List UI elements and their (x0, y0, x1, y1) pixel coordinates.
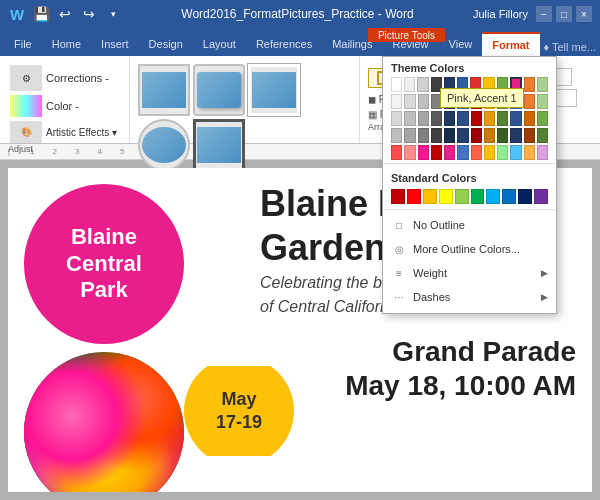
color-lightgray[interactable] (404, 77, 415, 92)
tc-r4-3[interactable] (418, 128, 429, 143)
tc-r2-9[interactable] (497, 94, 508, 109)
tc-r4-12[interactable] (537, 128, 548, 143)
tc-r4-11[interactable] (524, 128, 535, 143)
tc-r3-1[interactable] (391, 111, 402, 126)
tell-me-input[interactable]: ♦ Tell me... (544, 41, 596, 53)
tc-r3-8[interactable] (484, 111, 495, 126)
tab-insert[interactable]: Insert (91, 32, 139, 56)
tc-r2-6[interactable] (457, 94, 468, 109)
sc-orange[interactable] (423, 189, 437, 204)
style-3[interactable] (248, 64, 300, 116)
style-5[interactable] (193, 119, 245, 171)
tc-r3-9[interactable] (497, 111, 508, 126)
color-red[interactable] (470, 77, 481, 92)
minimize-button[interactable]: − (536, 6, 552, 22)
tc-r2-3[interactable] (418, 94, 429, 109)
tc-r5-7[interactable] (471, 145, 482, 160)
tc-r3-5[interactable] (444, 111, 455, 126)
tab-references[interactable]: References (246, 32, 322, 56)
corrections-button[interactable]: ⚙ Corrections - (8, 64, 121, 92)
restore-button[interactable]: □ (556, 6, 572, 22)
color-orange2[interactable] (524, 77, 535, 92)
weight-item[interactable]: ≡ Weight ▶ (383, 261, 556, 285)
color-button[interactable]: Color - (8, 94, 121, 118)
tc-r2-12[interactable] (537, 94, 548, 109)
tc-r3-10[interactable] (510, 111, 521, 126)
tc-r5-2[interactable] (404, 145, 415, 160)
tc-r2-5[interactable] (444, 94, 455, 109)
tc-r4-9[interactable] (497, 128, 508, 143)
tab-view[interactable]: View (439, 32, 483, 56)
tc-r5-9[interactable] (497, 145, 508, 160)
tc-r2-8[interactable] (484, 94, 495, 109)
style-4[interactable] (138, 119, 190, 171)
tc-r3-3[interactable] (418, 111, 429, 126)
tab-format[interactable]: Format (482, 32, 539, 56)
tc-r4-10[interactable] (510, 128, 521, 143)
color-pink-accent1[interactable] (510, 77, 522, 92)
dashes-item[interactable]: ⋯ Dashes ▶ (383, 285, 556, 309)
tc-r3-2[interactable] (404, 111, 415, 126)
tab-home[interactable]: Home (42, 32, 91, 56)
artistic-effects-button[interactable]: 🎨 Artistic Effects ▾ (8, 120, 121, 144)
theme-colors-row-4 (383, 128, 556, 143)
tc-r2-7[interactable] (471, 94, 482, 109)
redo-icon[interactable]: ↪ (80, 5, 98, 23)
tc-r3-4[interactable] (431, 111, 442, 126)
tab-design[interactable]: Design (139, 32, 193, 56)
tab-file[interactable]: File (4, 32, 42, 56)
close-button[interactable]: × (576, 6, 592, 22)
color-darkgray[interactable] (431, 77, 442, 92)
color-white[interactable] (391, 77, 402, 92)
qat-dropdown-icon[interactable]: ▾ (104, 5, 122, 23)
tc-r2-2[interactable] (404, 94, 415, 109)
tc-r5-5[interactable] (444, 145, 455, 160)
tc-r3-7[interactable] (471, 111, 482, 126)
sc-yellow[interactable] (439, 189, 453, 204)
tc-r5-8[interactable] (484, 145, 495, 160)
style-1[interactable] (138, 64, 190, 116)
color-lightgreen[interactable] (537, 77, 548, 92)
sc-green[interactable] (471, 189, 485, 204)
tc-r4-6[interactable] (457, 128, 468, 143)
sc-blue[interactable] (502, 189, 516, 204)
tab-layout[interactable]: Layout (193, 32, 246, 56)
tc-r4-2[interactable] (404, 128, 415, 143)
sc-lightgreen[interactable] (455, 189, 469, 204)
tc-r4-8[interactable] (484, 128, 495, 143)
sc-lightblue[interactable] (486, 189, 500, 204)
tc-r4-1[interactable] (391, 128, 402, 143)
tc-r2-1[interactable] (391, 94, 402, 109)
style-2[interactable] (193, 64, 245, 116)
tc-r3-11[interactable] (524, 111, 535, 126)
tc-r2-11[interactable] (524, 94, 535, 109)
color-gray[interactable] (417, 77, 428, 92)
save-icon[interactable]: 💾 (32, 5, 50, 23)
tc-r4-4[interactable] (431, 128, 442, 143)
tc-r5-11[interactable] (524, 145, 535, 160)
sc-purple[interactable] (534, 189, 548, 204)
more-outline-colors-item[interactable]: ◎ More Outline Colors... (383, 237, 556, 261)
no-outline-item[interactable]: □ No Outline (383, 213, 556, 237)
tc-r5-10[interactable] (510, 145, 521, 160)
color-blue[interactable] (457, 77, 468, 92)
tc-r4-5[interactable] (444, 128, 455, 143)
sc-darkblue[interactable] (518, 189, 532, 204)
color-darkblue[interactable] (444, 77, 455, 92)
sc-red[interactable] (407, 189, 421, 204)
tc-r5-12[interactable] (537, 145, 548, 160)
color-green[interactable] (497, 77, 508, 92)
undo-icon[interactable]: ↩ (56, 5, 74, 23)
tc-r3-6[interactable] (457, 111, 468, 126)
tc-r2-10[interactable] (510, 94, 521, 109)
tc-r5-4[interactable] (431, 145, 442, 160)
pink-circle: Blaine Central Park (24, 184, 184, 344)
sc-darkred[interactable] (391, 189, 405, 204)
tc-r3-12[interactable] (537, 111, 548, 126)
color-orange[interactable] (483, 77, 494, 92)
tc-r5-6[interactable] (457, 145, 468, 160)
tc-r4-7[interactable] (471, 128, 482, 143)
tc-r2-4[interactable] (431, 94, 442, 109)
tc-r5-1[interactable] (391, 145, 402, 160)
tc-r5-3[interactable] (418, 145, 429, 160)
